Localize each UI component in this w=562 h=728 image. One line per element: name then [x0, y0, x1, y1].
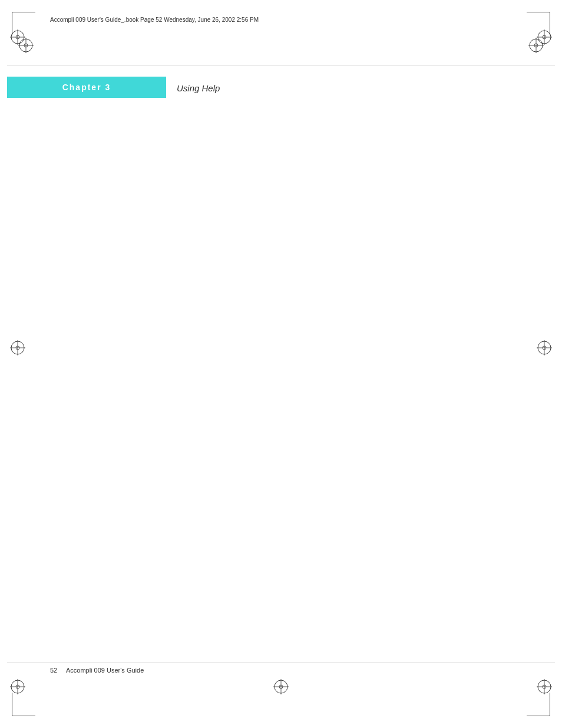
page-number: 52 — [50, 667, 57, 674]
book-title: Accompli 009 User's Guide — [66, 667, 144, 674]
corner-bracket-br — [527, 693, 550, 716]
reg-mark-bc-center — [272, 678, 290, 696]
reg-mark-ml-outer — [9, 339, 27, 357]
header-rule — [7, 65, 555, 65]
chapter-label: Chapter 3 — [62, 83, 111, 92]
footer-separator — [59, 667, 64, 674]
page: Accompli 009 User's Guide_.book Page 52 … — [0, 0, 562, 728]
reg-mark-tr-inner — [527, 37, 545, 54]
chapter-banner: Chapter 3 — [7, 77, 166, 98]
corner-bracket-bl — [12, 693, 35, 716]
footer-text: 52 Accompli 009 User's Guide — [50, 667, 144, 674]
reg-mark-mr-outer — [535, 339, 553, 357]
reg-mark-tl-inner — [17, 37, 35, 54]
reg-mark-bl-outer — [9, 678, 27, 696]
reg-mark-br-outer — [535, 678, 553, 696]
header-meta: Accompli 009 User's Guide_.book Page 52 … — [50, 17, 259, 23]
footer-rule — [7, 663, 555, 663]
chapter-subtitle: Using Help — [177, 83, 220, 93]
